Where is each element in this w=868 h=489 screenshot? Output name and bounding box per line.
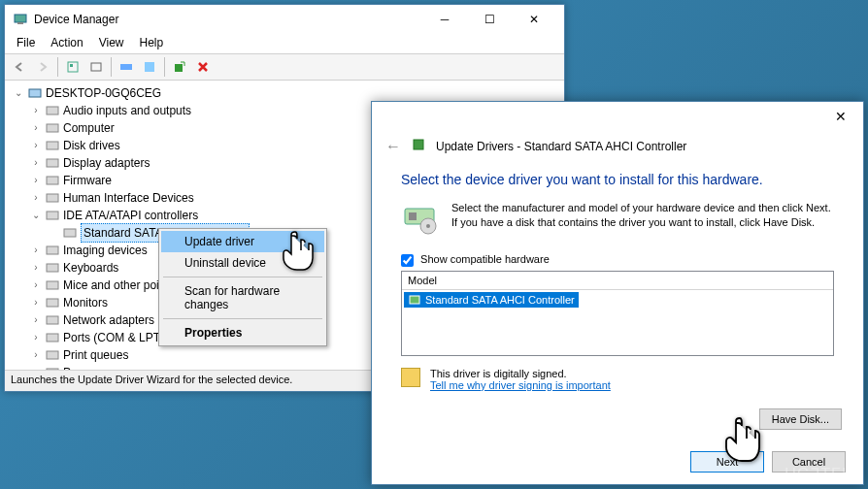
context-menu-item[interactable]: Properties xyxy=(161,322,324,343)
svg-rect-24 xyxy=(47,351,58,359)
svg-rect-17 xyxy=(64,229,76,237)
driver-item-label: Standard SATA AHCI Controller xyxy=(425,294,575,306)
maximize-button[interactable]: ☐ xyxy=(467,5,512,34)
svg-point-31 xyxy=(426,224,430,228)
context-menu-item[interactable]: Update driver xyxy=(161,231,324,252)
svg-rect-29 xyxy=(409,212,417,220)
watermark: UG∃TFIX xyxy=(785,465,858,483)
toolbar-btn-4[interactable] xyxy=(139,56,160,78)
svg-rect-8 xyxy=(175,64,183,72)
titlebar[interactable]: Device Manager ─ ☐ ✕ xyxy=(5,5,564,34)
svg-rect-32 xyxy=(410,296,419,304)
context-separator xyxy=(163,277,322,277)
have-disk-button[interactable]: Have Disk... xyxy=(759,408,842,430)
uninstall-icon[interactable] xyxy=(192,56,214,78)
driver-chip-icon xyxy=(411,137,426,156)
svg-rect-12 xyxy=(47,142,58,149)
svg-rect-7 xyxy=(145,62,154,72)
menu-help[interactable]: Help xyxy=(132,34,172,53)
hardware-icon xyxy=(401,201,438,238)
signed-badge-icon xyxy=(401,368,420,387)
svg-rect-13 xyxy=(47,159,58,167)
back-arrow-icon[interactable]: ← xyxy=(385,138,401,155)
svg-rect-0 xyxy=(15,15,26,22)
svg-rect-27 xyxy=(414,140,423,149)
svg-rect-15 xyxy=(47,194,58,202)
dialog-heading: Select the device driver you want to ins… xyxy=(372,172,863,201)
menu-view[interactable]: View xyxy=(91,34,132,53)
context-menu: Update driverUninstall deviceScan for ha… xyxy=(158,228,327,346)
tree-root[interactable]: ⌄DESKTOP-0GQ6CEG xyxy=(13,84,556,102)
svg-rect-23 xyxy=(47,334,58,342)
toolbar-btn-1[interactable] xyxy=(62,56,83,78)
show-compatible-checkbox[interactable] xyxy=(401,254,414,267)
svg-rect-11 xyxy=(47,124,58,132)
checkbox-label: Show compatible hardware xyxy=(420,253,550,265)
context-separator xyxy=(163,318,322,319)
driver-list[interactable]: Model Standard SATA AHCI Controller xyxy=(401,271,834,356)
app-icon xyxy=(13,12,28,27)
svg-rect-9 xyxy=(29,89,41,97)
driver-list-item[interactable]: Standard SATA AHCI Controller xyxy=(404,292,579,308)
toolbar-btn-2[interactable] xyxy=(85,56,107,78)
signing-info-link[interactable]: Tell me why driver signing is important xyxy=(430,379,611,391)
context-menu-item[interactable]: Uninstall device xyxy=(161,252,324,274)
svg-rect-18 xyxy=(47,246,58,254)
svg-rect-6 xyxy=(126,64,132,70)
signed-text: This driver is digitally signed. xyxy=(430,368,611,379)
minimize-button[interactable]: ─ xyxy=(422,5,467,34)
back-button[interactable] xyxy=(9,56,30,78)
svg-rect-19 xyxy=(47,264,58,272)
svg-rect-5 xyxy=(120,64,126,70)
dialog-close-button[interactable]: ✕ xyxy=(818,102,863,131)
svg-rect-25 xyxy=(47,369,58,370)
menubar: File Action View Help xyxy=(5,34,564,53)
svg-rect-22 xyxy=(47,316,58,324)
window-title: Device Manager xyxy=(34,13,422,26)
next-button[interactable]: Next xyxy=(690,451,764,473)
svg-rect-10 xyxy=(47,107,58,114)
svg-rect-4 xyxy=(91,63,101,71)
context-menu-item[interactable]: Scan for hardware changes xyxy=(161,280,324,315)
svg-rect-16 xyxy=(47,212,58,219)
toolbar xyxy=(5,53,564,81)
svg-rect-20 xyxy=(47,281,58,289)
svg-rect-21 xyxy=(47,299,58,307)
close-button[interactable]: ✕ xyxy=(512,5,556,34)
toolbar-btn-3[interactable] xyxy=(116,56,137,78)
menu-action[interactable]: Action xyxy=(43,34,90,53)
dialog-title: Update Drivers - Standard SATA AHCI Cont… xyxy=(436,140,686,153)
compatible-checkbox-row: Show compatible hardware xyxy=(372,253,863,271)
update-driver-dialog: ✕ ← Update Drivers - Standard SATA AHCI … xyxy=(371,101,864,485)
menu-file[interactable]: File xyxy=(9,34,43,53)
svg-rect-3 xyxy=(70,64,73,67)
svg-rect-14 xyxy=(47,177,58,184)
list-header: Model xyxy=(402,272,833,290)
dialog-titlebar[interactable]: ✕ xyxy=(372,102,863,131)
forward-button[interactable] xyxy=(32,56,53,78)
scan-hardware-icon[interactable] xyxy=(169,56,190,78)
svg-rect-1 xyxy=(17,22,23,24)
dialog-instructions: Select the manufacturer and model of you… xyxy=(451,201,834,238)
